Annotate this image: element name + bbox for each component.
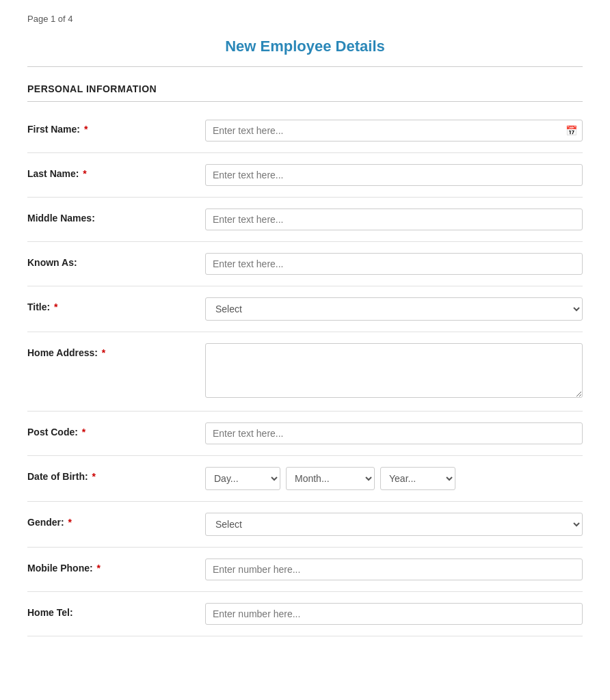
first-name-input[interactable]: [205, 120, 583, 142]
label-title: Title: *: [27, 297, 205, 312]
field-first-name: 📅: [205, 120, 583, 142]
label-mobile-phone: Mobile Phone: *: [27, 558, 205, 574]
section-divider: [27, 101, 583, 102]
first-name-input-wrapper: 📅: [205, 120, 583, 142]
required-star-mobile-phone: *: [94, 563, 101, 574]
label-last-name: Last Name: *: [27, 164, 205, 179]
form-row-home-address: Home Address: *: [27, 332, 583, 412]
form-row-title: Title: * Select Mr Mrs Miss Ms Dr Prof: [27, 286, 583, 332]
post-code-input[interactable]: [205, 422, 583, 444]
field-mobile-phone: [205, 558, 583, 580]
field-gender: Select Male Female Non-binary Prefer not…: [205, 513, 583, 536]
dob-year-select[interactable]: Year... 2005200019951990 198519801975197…: [380, 467, 455, 490]
known-as-input[interactable]: [205, 253, 583, 275]
label-gender: Gender: *: [27, 513, 205, 528]
form-row-first-name: First Name: * 📅: [27, 109, 583, 153]
label-post-code: Post Code: *: [27, 422, 205, 438]
form-row-mobile-phone: Mobile Phone: *: [27, 548, 583, 592]
label-date-of-birth: Date of Birth: *: [27, 467, 205, 482]
calendar-icon: 📅: [566, 125, 577, 136]
form-row-last-name: Last Name: *: [27, 153, 583, 198]
mobile-phone-input[interactable]: [205, 558, 583, 580]
field-known-as: [205, 253, 583, 275]
form-title: New Employee Details: [27, 38, 583, 55]
label-known-as: Known As:: [27, 253, 205, 268]
form-row-date-of-birth: Date of Birth: * Day... 12345 678910 111…: [27, 456, 583, 502]
dob-row: Day... 12345 678910 1112131415 161718192…: [205, 467, 583, 490]
gender-select[interactable]: Select Male Female Non-binary Prefer not…: [205, 513, 583, 536]
field-date-of-birth: Day... 12345 678910 1112131415 161718192…: [205, 467, 583, 490]
form-row-middle-names: Middle Names:: [27, 198, 583, 242]
field-last-name: [205, 164, 583, 186]
form-row-gender: Gender: * Select Male Female Non-binary …: [27, 502, 583, 548]
required-star-gender: *: [66, 517, 72, 528]
field-title: Select Mr Mrs Miss Ms Dr Prof: [205, 297, 583, 321]
form-row-known-as: Known As:: [27, 242, 583, 286]
required-star-post-code: *: [79, 427, 85, 438]
title-divider: [27, 66, 583, 67]
required-star-title: *: [51, 301, 57, 312]
field-post-code: [205, 422, 583, 444]
title-select[interactable]: Select Mr Mrs Miss Ms Dr Prof: [205, 297, 583, 321]
label-middle-names: Middle Names:: [27, 208, 205, 224]
dob-day-select[interactable]: Day... 12345 678910 1112131415 161718192…: [205, 467, 280, 490]
form-row-post-code: Post Code: *: [27, 412, 583, 456]
required-star-first-name: *: [81, 124, 88, 135]
field-home-address: [205, 343, 583, 400]
label-first-name: First Name: *: [27, 120, 205, 135]
form-row-home-tel: Home Tel:: [27, 592, 583, 636]
label-home-address: Home Address: *: [27, 343, 205, 358]
section-title-personal-info: PERSONAL INFORMATION: [27, 83, 583, 94]
required-star-dob: *: [90, 471, 96, 482]
middle-names-input[interactable]: [205, 208, 583, 230]
label-home-tel: Home Tel:: [27, 603, 205, 618]
home-tel-input[interactable]: [205, 603, 583, 625]
page-indicator: Page 1 of 4: [27, 14, 583, 24]
field-middle-names: [205, 208, 583, 230]
field-home-tel: [205, 603, 583, 625]
home-address-textarea[interactable]: [205, 343, 583, 398]
page-container: Page 1 of 4 New Employee Details PERSONA…: [0, 0, 610, 664]
last-name-input[interactable]: [205, 164, 583, 186]
required-star-home-address: *: [99, 347, 105, 358]
required-star-last-name: *: [80, 168, 86, 179]
dob-month-select[interactable]: Month... JanuaryFebruaryMarchApril MayJu…: [286, 467, 375, 490]
